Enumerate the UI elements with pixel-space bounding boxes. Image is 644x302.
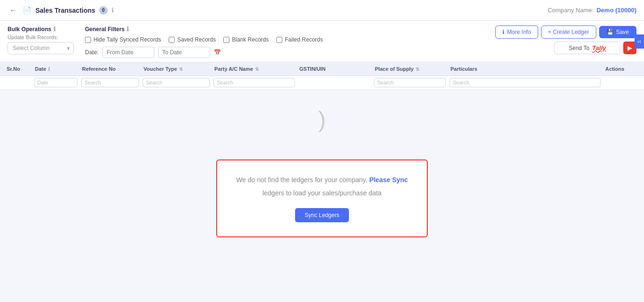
table-search-row (0, 76, 644, 90)
particulars-search-input[interactable] (449, 78, 601, 87)
blank-records-filter[interactable]: Blank Records (223, 36, 269, 43)
bulk-ops-label: Bulk Operations ℹ (8, 25, 74, 33)
date-sort-icon[interactable]: ℹ (48, 67, 50, 72)
placeofsupply-search-cell (372, 76, 448, 89)
partyname-search-cell (212, 76, 297, 89)
main-content: ) We do not find the ledgers for your co… (0, 90, 644, 269)
filters-label: General Filters ℹ (85, 25, 484, 33)
general-filters-section: General Filters ℹ Hide Tally Synced Reco… (74, 25, 495, 58)
failed-records-filter[interactable]: Failed Records (276, 36, 323, 43)
table-header-row: Sr.No Date ℹ Reference No Voucher Type ⇅… (0, 62, 644, 76)
back-button[interactable]: ← (8, 4, 19, 17)
filter-checkboxes-row: Hide Tally Synced Records Saved Records … (85, 36, 484, 43)
vouchertype-sort-icon[interactable]: ⇅ (179, 67, 183, 72)
col-actions: Actions (602, 62, 640, 76)
placeofsupply-search-input[interactable] (374, 78, 446, 87)
saved-records-checkbox[interactable] (169, 37, 175, 43)
error-message-2: ledgers to load your sales/purchase data (236, 188, 408, 198)
select-column-dropdown[interactable]: Select Column (8, 42, 74, 54)
bulk-operations-section: Bulk Operations ℹ Update Bulk Records: S… (8, 25, 74, 54)
bulk-ops-info-icon[interactable]: ℹ (53, 25, 56, 33)
srno-search-cell (4, 76, 32, 89)
col-vouchertype: Voucher Type ⇅ (141, 62, 212, 76)
hide-synced-checkbox[interactable] (85, 37, 91, 43)
page-info-icon[interactable]: ℹ (111, 7, 114, 14)
sync-ledgers-button[interactable]: Sync Ledgers (295, 208, 348, 222)
page-icon: 📄 (23, 6, 32, 15)
col-placeofsupply: Place of Supply ⇅ (372, 62, 448, 76)
top-btn-row: ℹ More Info + Create Ledger 💾 Save (495, 25, 636, 39)
send-to-tally-button[interactable]: Send To Tally (554, 42, 620, 54)
vouchertype-search-input[interactable] (143, 78, 210, 87)
page-title: Sales Transactions (35, 7, 95, 14)
toolbar-wrapper: Bulk Operations ℹ Update Bulk Records: S… (0, 21, 644, 62)
saved-records-filter[interactable]: Saved Records (169, 36, 216, 43)
calendar-icon[interactable]: 📅 (214, 49, 221, 56)
col-date: Date ℹ (32, 62, 79, 76)
save-button[interactable]: 💾 Save (599, 26, 636, 38)
col-gstin: GSTIN/UIN (297, 62, 372, 76)
play-icon: ▶ (627, 44, 632, 51)
to-date-input[interactable] (158, 47, 210, 58)
toolbar: Bulk Operations ℹ Update Bulk Records: S… (0, 21, 644, 62)
col-particulars: Particulars (448, 62, 602, 76)
create-ledger-button[interactable]: + Create Ledger (541, 25, 596, 39)
collapse-sidebar-button[interactable]: ‹‹ (635, 34, 644, 49)
vouchertype-search-cell (141, 76, 212, 89)
info-circle-icon: ℹ (502, 29, 505, 35)
gstin-search-cell (297, 76, 372, 89)
col-refno: Reference No (79, 62, 141, 76)
failed-records-checkbox[interactable] (276, 37, 282, 43)
blank-records-checkbox[interactable] (223, 37, 229, 43)
refno-search-cell (79, 76, 141, 89)
save-icon: 💾 (607, 29, 614, 35)
particulars-search-cell (448, 76, 602, 89)
toolbar-right-buttons: ℹ More Info + Create Ledger 💾 Save Send … (495, 25, 636, 54)
data-table: Sr.No Date ℹ Reference No Voucher Type ⇅… (0, 62, 644, 90)
tally-logo: Tally (592, 44, 606, 51)
loading-spinner: ) (318, 109, 326, 131)
top-bar-right: Company Name: Demo (10000) (548, 7, 636, 14)
date-filter-row: Date: 📅 (85, 47, 484, 58)
no-ledger-error-box: We do not find the ledgers for your comp… (216, 159, 428, 237)
col-partyname: Party A/C Name ⇅ (212, 62, 297, 76)
update-bulk-label: Update Bulk Records: (8, 34, 74, 40)
error-message: We do not find the ledgers for your comp… (236, 175, 408, 185)
date-search-cell (32, 76, 79, 89)
top-bar-left: ← 📄 Sales Transactions 0 ℹ (8, 4, 114, 17)
top-bar: ← 📄 Sales Transactions 0 ℹ Company Name:… (0, 0, 644, 21)
refno-search-input[interactable] (81, 78, 139, 87)
bottom-btn-row: Send To Tally ▶ (554, 42, 636, 54)
partyname-sort-icon[interactable]: ⇅ (255, 67, 259, 72)
company-label: Company Name: (548, 7, 594, 14)
more-info-button[interactable]: ℹ More Info (495, 25, 538, 39)
company-name: Demo (10000) (596, 7, 636, 14)
select-column-wrapper: Select Column (8, 42, 74, 54)
actions-search-cell (602, 76, 640, 89)
placeofsupply-sort-icon[interactable]: ⇅ (415, 67, 419, 72)
from-date-input[interactable] (102, 47, 154, 58)
col-srno: Sr.No (4, 62, 32, 76)
filters-info-icon[interactable]: ℹ (127, 25, 129, 33)
partyname-search-input[interactable] (213, 78, 295, 87)
hide-synced-filter[interactable]: Hide Tally Synced Records (85, 36, 161, 43)
date-search-input[interactable] (34, 78, 77, 87)
record-count-badge: 0 (99, 6, 108, 15)
